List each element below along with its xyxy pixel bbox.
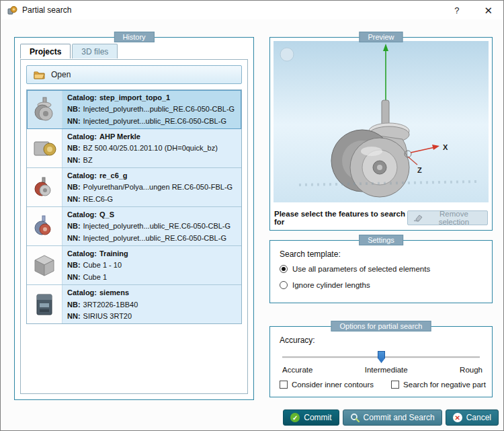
open-button-label: Open <box>51 70 71 79</box>
close-button[interactable]: ✕ <box>480 4 497 17</box>
item-info: Catalog:Training NB:Cube 1 - 10 NN:Cube … <box>62 246 241 284</box>
open-button[interactable]: Open <box>26 65 242 84</box>
slider-label-rough: Rough <box>460 366 482 374</box>
commit-label: Commit <box>304 413 331 422</box>
item-thumbnail <box>27 90 62 128</box>
caster-wheel-preview: X Z <box>274 41 489 202</box>
partial-search-options-group: Options for partial search Accuracy: Acc… <box>269 326 493 397</box>
list-item[interactable]: Catalog:AHP Merkle NB:BZ 500.40/25.01.20… <box>27 129 241 168</box>
list-item[interactable]: Catalog:step_import_topo_1 NB:Injected_p… <box>27 90 241 129</box>
item-thumbnail <box>27 246 62 284</box>
item-catalog: Catalog:siemens <box>67 287 237 299</box>
accuracy-slider[interactable] <box>282 351 480 363</box>
commit-and-search-label: Commit and Search <box>364 413 435 422</box>
item-nb: NB:Polyurethan/Polya...ungen RE.C6-050-F… <box>67 182 237 192</box>
cancel-button[interactable]: ✕ Cancel <box>446 409 499 426</box>
history-list: Catalog:step_import_topo_1 NB:Injected_p… <box>26 89 242 324</box>
history-group: History Projects 3D files Open <box>14 37 254 400</box>
commit-and-search-button[interactable]: Commit and Search <box>343 409 442 426</box>
options-group-label: Options for partial search <box>331 321 431 331</box>
item-thumbnail <box>27 168 62 206</box>
partial-search-window: Partial search ? ✕ History Projects 3D f… <box>0 0 504 431</box>
item-nb: NB:Injected_polyureth...ublic_RE.C6-050-… <box>67 221 237 231</box>
remove-selection-button[interactable]: Remove selection <box>407 210 488 225</box>
preview-canvas[interactable]: X Z <box>274 41 489 202</box>
checkbox-label: Search for negative part <box>403 381 486 389</box>
item-thumbnail <box>27 207 62 245</box>
preview-group-label: Preview <box>359 32 403 42</box>
item-info: Catalog:Q_S NB:Injected_polyureth...ubli… <box>62 207 241 245</box>
list-item[interactable]: Catalog:re_c6_g NB:Polyurethan/Polya...u… <box>27 168 241 207</box>
titlebar: Partial search ? ✕ <box>1 1 503 19</box>
item-nn: NN:BZ <box>67 155 237 165</box>
item-nb: NB:3RT2026-1BB40 <box>67 299 237 311</box>
item-nn: NN:Injected_polyuret...ublic_RE.C6-050-C… <box>67 233 237 243</box>
eraser-icon <box>413 214 423 222</box>
checkbox-search-negative-part[interactable]: Search for negative part <box>391 381 486 389</box>
svg-text:X: X <box>443 143 448 151</box>
list-item[interactable]: Catalog:siemens NB:3RT2026-1BB40 NN:SIRI… <box>27 285 241 324</box>
list-item[interactable]: Catalog:Training NB:Cube 1 - 10 NN:Cube … <box>27 246 241 285</box>
item-nn: NN:SIRIUS 3RT20 <box>67 311 237 322</box>
help-button[interactable]: ? <box>450 4 463 17</box>
slider-label-intermediate: Intermediate <box>365 366 408 374</box>
checkbox-icon <box>391 381 399 389</box>
item-info: Catalog:step_import_topo_1 NB:Injected_p… <box>62 90 241 128</box>
radio-label: Ignore cylinder lengths <box>292 281 370 289</box>
item-nb: NB:Cube 1 - 10 <box>67 260 237 270</box>
check-icon: ✓ <box>290 413 300 422</box>
item-catalog: Catalog:step_import_topo_1 <box>67 92 237 103</box>
item-thumbnail <box>27 129 62 167</box>
dialog-actions: ✓ Commit Commit and Search ✕ Cancel <box>283 409 499 426</box>
item-catalog: Catalog:re_c6_g <box>67 170 237 181</box>
options-checkboxes: Consider inner contours Search for negat… <box>280 381 486 389</box>
checkbox-label: Consider inner contours <box>292 381 374 389</box>
history-group-label: History <box>114 32 154 42</box>
item-info: Catalog:AHP Merkle NB:BZ 500.40/25.01.20… <box>62 129 241 167</box>
item-catalog: Catalog:Q_S <box>67 209 237 220</box>
tab-projects[interactable]: Projects <box>20 44 71 58</box>
app-icon <box>7 5 17 15</box>
accuracy-label: Accuracy: <box>280 336 315 345</box>
item-nn: NN:RE.C6-G <box>67 194 237 204</box>
item-catalog: Catalog:AHP Merkle <box>67 131 237 142</box>
item-nn: NN:Cube 1 <box>67 272 237 282</box>
item-thumbnail <box>27 285 62 324</box>
commit-button[interactable]: ✓ Commit <box>283 409 339 426</box>
list-item[interactable]: Catalog:Q_S NB:Injected_polyureth...ubli… <box>27 207 241 246</box>
preview-group: Preview <box>269 37 493 231</box>
history-tabs: Projects 3D files <box>20 44 119 58</box>
accuracy-slider-thumb[interactable] <box>378 351 385 363</box>
preview-footer: Please select the features to search for… <box>274 209 488 227</box>
radio-selected-icon <box>280 265 288 273</box>
item-nb: NB:Injected_polyureth...public_RE.C6-050… <box>67 104 237 114</box>
remove-selection-label: Remove selection <box>426 210 482 226</box>
radio-ignore-cylinder-lengths[interactable]: Ignore cylinder lengths <box>280 281 370 289</box>
item-nn: NN:Injected_polyuret...ublic_RE.C6-050-C… <box>67 116 237 126</box>
cancel-x-icon: ✕ <box>453 413 462 422</box>
radio-unselected-icon <box>280 281 288 289</box>
checkbox-consider-inner-contours[interactable]: Consider inner contours <box>280 381 374 389</box>
tab-3d-files[interactable]: 3D files <box>72 44 118 58</box>
search-template-label: Search template: <box>280 249 341 259</box>
projects-tab-panel: Open Catalog:step_im <box>20 59 248 394</box>
settings-group-label: Settings <box>359 235 403 245</box>
item-info: Catalog:re_c6_g NB:Polyurethan/Polya...u… <box>62 168 241 206</box>
slider-label-accurate: Accurate <box>282 366 312 374</box>
settings-group: Settings Search template: Use all parame… <box>269 240 493 303</box>
radio-label: Use all parameters of selected elements <box>292 265 430 273</box>
selection-hint: Please select the features to search for <box>274 210 407 226</box>
item-info: Catalog:siemens NB:3RT2026-1BB40 NN:SIRI… <box>62 285 241 324</box>
svg-text:Z: Z <box>417 166 422 174</box>
slider-labels: Accurate Intermediate Rough <box>282 366 482 374</box>
cancel-label: Cancel <box>466 413 491 422</box>
window-title: Partial search <box>22 5 71 15</box>
checkbox-icon <box>280 381 288 389</box>
item-nb: NB:BZ 500.40/25.01.201.10 (DH=0quick_bz) <box>67 143 237 153</box>
item-catalog: Catalog:Training <box>67 248 237 259</box>
magnifier-icon <box>350 413 360 422</box>
radio-use-all-parameters[interactable]: Use all parameters of selected elements <box>280 265 430 273</box>
open-folder-icon <box>34 70 45 79</box>
